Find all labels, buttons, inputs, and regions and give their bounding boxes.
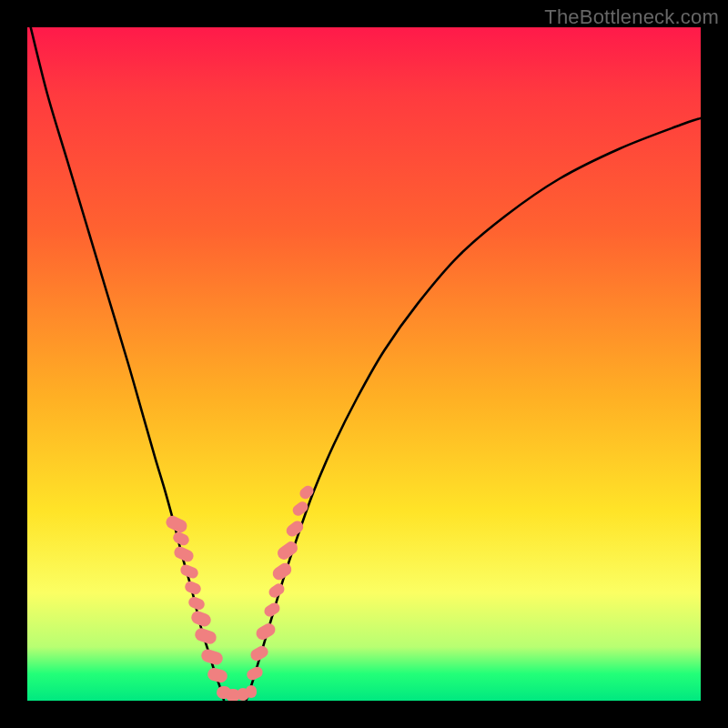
chart-canvas: TheBottleneck.com: [0, 0, 728, 728]
plot-area: [27, 27, 701, 701]
curve-right: [247, 118, 702, 701]
watermark-label: TheBottleneck.com: [544, 5, 719, 29]
bottom-marker: [246, 685, 257, 698]
curves-svg: [27, 27, 701, 701]
